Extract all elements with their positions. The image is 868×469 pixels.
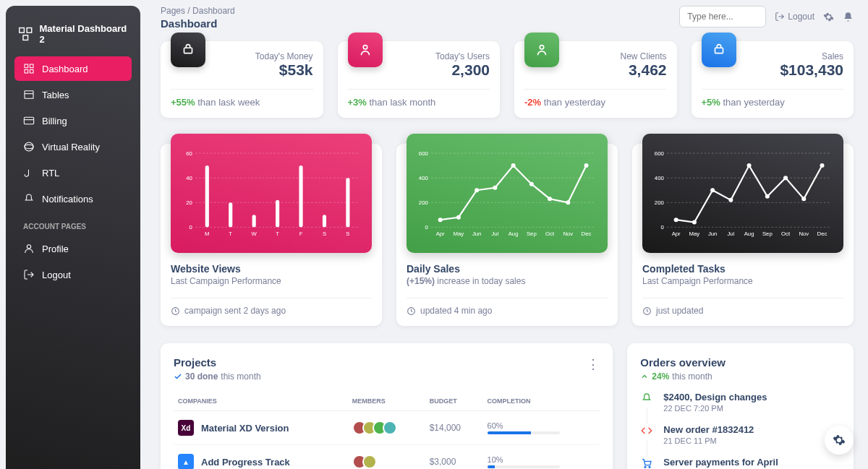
orders-title: Orders overview — [640, 356, 841, 369]
rtl-icon: ل — [23, 167, 35, 178]
svg-rect-38 — [299, 165, 302, 227]
svg-text:Aug: Aug — [509, 231, 519, 237]
svg-point-65 — [548, 197, 552, 201]
sidebar-item-rtl[interactable]: لRTL — [14, 160, 132, 185]
sidebar-item-tables[interactable]: Tables — [14, 82, 132, 107]
logout-icon — [23, 269, 35, 280]
timeline-item: $2400, Design changes22 DEC 7:20 PM — [640, 392, 841, 424]
stat-icon — [171, 33, 205, 67]
svg-text:600: 600 — [419, 150, 428, 157]
timeline-title: New order #1832412 — [663, 424, 754, 435]
svg-rect-39 — [323, 215, 326, 227]
breadcrumb: Pages / Dashboard — [161, 6, 235, 16]
completion-label: 60% — [488, 421, 560, 430]
column-header: Completion — [483, 392, 600, 411]
clock-icon — [171, 306, 180, 316]
more-icon[interactable]: ⋮ — [587, 356, 600, 372]
svg-text:400: 400 — [419, 175, 428, 181]
svg-text:Oct: Oct — [545, 231, 555, 237]
svg-text:S: S — [323, 231, 326, 237]
brand[interactable]: Material Dashboard 2 — [14, 17, 132, 56]
svg-point-89 — [728, 198, 733, 202]
svg-text:60: 60 — [186, 150, 192, 157]
svg-text:Oct: Oct — [781, 231, 791, 237]
stat-footer: +5% than yesterday — [702, 97, 844, 108]
sidebar-item-notifications[interactable]: Notifications — [14, 186, 132, 211]
dashboard-icon — [23, 63, 35, 74]
settings-fab[interactable] — [825, 426, 854, 455]
stat-label: Today's Users — [435, 51, 490, 61]
search-input[interactable] — [679, 6, 766, 27]
stat-value: $53k — [255, 61, 313, 79]
svg-rect-4 — [30, 64, 33, 68]
svg-text:20: 20 — [186, 199, 192, 206]
svg-text:Jun: Jun — [708, 231, 717, 237]
stat-card: Today's Money$53k+55% than lask week — [161, 41, 323, 118]
notifications-icon — [23, 193, 35, 205]
svg-rect-37 — [276, 200, 279, 228]
svg-rect-36 — [252, 215, 256, 227]
sidebar-item-billing[interactable]: Billing — [14, 108, 132, 133]
stat-footer: +3% than lask month — [348, 97, 490, 108]
bell-icon — [640, 392, 653, 405]
svg-text:M: M — [205, 231, 209, 237]
company-logo: ▲ — [178, 454, 194, 469]
stat-value: 3,462 — [620, 61, 666, 79]
timeline-time: 22 DEC 7:20 PM — [663, 404, 767, 413]
budget: $3,000 — [425, 445, 483, 470]
brand-icon — [17, 25, 34, 43]
svg-text:Sep: Sep — [527, 231, 537, 237]
svg-point-63 — [511, 163, 516, 168]
svg-text:May: May — [454, 231, 464, 237]
chart-canvas: 0204060MTWTFSS — [171, 134, 372, 253]
table-row[interactable]: XdMaterial XD Version$14,00060% — [174, 411, 600, 445]
gear-icon[interactable] — [823, 12, 834, 22]
svg-text:F: F — [299, 231, 303, 237]
chart-canvas: 0200400600AprMayJunJulAugSepOctNovDec — [407, 134, 608, 253]
logout-link[interactable]: Logout — [775, 12, 814, 22]
svg-text:T: T — [229, 231, 232, 237]
gear-icon — [833, 434, 846, 447]
svg-point-96 — [644, 466, 646, 468]
chart-subtitle: Last Campaign Performance — [171, 276, 372, 286]
svg-point-11 — [25, 142, 33, 151]
timeline-title: $2400, Design changes — [663, 392, 767, 403]
svg-point-92 — [783, 176, 788, 180]
svg-point-62 — [493, 186, 497, 190]
svg-text:Nov: Nov — [563, 231, 573, 237]
chart-subtitle: Last Campaign Performance — [642, 276, 843, 286]
svg-point-66 — [566, 200, 570, 205]
sidebar-item-profile[interactable]: Profile — [14, 236, 132, 261]
stat-card: Today's Users2,300+3% than lask month — [338, 41, 501, 118]
bell-icon[interactable] — [843, 12, 854, 22]
svg-text:ل: ل — [24, 168, 30, 177]
breadcrumb-parent[interactable]: Pages — [161, 6, 185, 16]
svg-rect-3 — [25, 64, 28, 68]
column-header: Budget — [425, 392, 483, 411]
svg-text:400: 400 — [655, 175, 664, 181]
svg-text:Dec: Dec — [817, 231, 827, 237]
svg-text:0: 0 — [189, 224, 192, 231]
members — [352, 455, 421, 469]
chart-canvas: 0200400600AprMayJunJulAugSepOctNovDec — [642, 134, 843, 253]
chart-footer: updated 4 min ago — [407, 306, 608, 316]
stat-icon — [524, 33, 559, 67]
svg-point-16 — [363, 46, 367, 50]
svg-point-67 — [584, 163, 588, 168]
company-name: Material XD Version — [201, 423, 289, 434]
avatar — [362, 455, 377, 469]
svg-rect-2 — [23, 35, 28, 40]
avatar — [383, 421, 397, 435]
sidebar-item-logout[interactable]: Logout — [14, 262, 132, 287]
column-header: Members — [348, 392, 425, 411]
table-row[interactable]: ▲Add Progress Track$3,00010% — [174, 445, 600, 470]
sidebar-item-dashboard[interactable]: Dashboard — [14, 56, 132, 81]
timeline-item: New order #183241221 DEC 11 PM — [640, 424, 841, 457]
stat-icon — [348, 33, 383, 67]
svg-text:600: 600 — [655, 150, 664, 157]
sidebar-item-virtual-reality[interactable]: Virtual Reality — [14, 134, 132, 159]
svg-rect-34 — [205, 165, 209, 227]
page-title: Dashboard — [161, 17, 235, 30]
timeline-time: 21 DEC 11 PM — [663, 436, 754, 445]
virtual reality-icon — [23, 141, 35, 152]
